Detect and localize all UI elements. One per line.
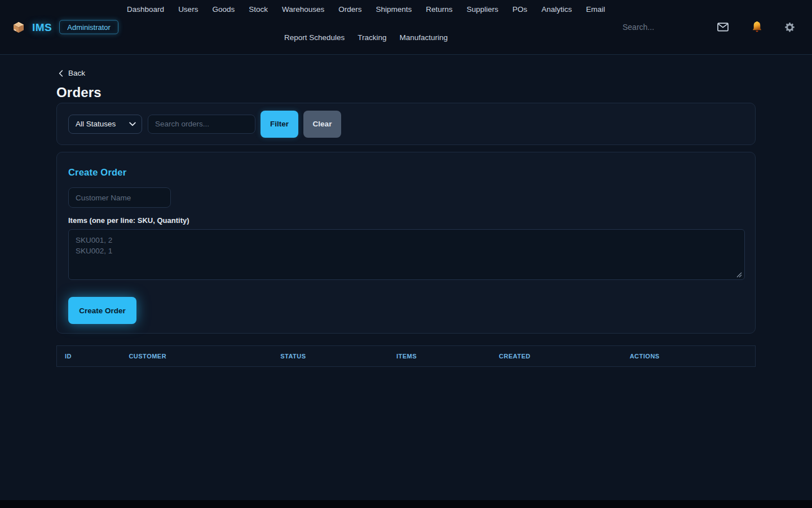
nav-item-pos[interactable]: POs [513, 5, 527, 14]
bell-icon [751, 21, 763, 33]
column-header-created: CREATED [491, 346, 622, 367]
column-header-items: ITEMS [389, 346, 491, 367]
back-label: Back [68, 69, 85, 77]
clear-button[interactable]: Clear [303, 111, 341, 138]
nav-item-users[interactable]: Users [178, 5, 198, 14]
nav-item-manufacturing[interactable]: Manufacturing [400, 33, 448, 42]
orders-table-header-row: ID CUSTOMER STATUS ITEMS CREATED ACTIONS [57, 346, 756, 367]
brand: IMS Administrator [12, 20, 118, 34]
mail-icon-button[interactable] [717, 23, 729, 32]
orders-table: ID CUSTOMER STATUS ITEMS CREATED ACTIONS [56, 345, 756, 367]
nav-item-email[interactable]: Email [586, 5, 605, 14]
role-badge: Administrator [59, 20, 118, 34]
column-header-id: ID [57, 346, 121, 367]
nav-item-report-schedules[interactable]: Report Schedules [284, 33, 345, 42]
nav-item-goods[interactable]: Goods [212, 5, 235, 14]
nav-row-primary: Dashboard Users Goods Stock Warehouses O… [127, 5, 605, 14]
chevron-left-icon [59, 70, 63, 77]
status-select-value: All Statuses [76, 120, 116, 128]
nav-item-analytics[interactable]: Analytics [541, 5, 572, 14]
nav-item-dashboard[interactable]: Dashboard [127, 5, 164, 14]
items-label: Items (one per line: SKU, Quantity) [68, 216, 744, 225]
items-textarea-wrap [68, 229, 744, 280]
customer-name-input[interactable] [68, 187, 171, 208]
page-title: Orders [56, 85, 812, 100]
create-order-title: Create Order [68, 167, 744, 178]
nav-item-shipments[interactable]: Shipments [376, 5, 412, 14]
nav-row-secondary: Report Schedules Tracking Manufacturing [284, 33, 448, 42]
bell-icon-button[interactable] [751, 21, 763, 33]
chevron-down-icon [129, 122, 136, 126]
nav-item-warehouses[interactable]: Warehouses [282, 5, 324, 14]
header-actions [623, 21, 795, 33]
global-search-input[interactable] [623, 23, 706, 32]
main-nav: Dashboard Users Goods Stock Warehouses O… [135, 0, 597, 42]
orders-page: Back Orders All Statuses Filter Clear Cr… [0, 55, 812, 500]
items-textarea[interactable] [68, 229, 745, 280]
nav-item-suppliers[interactable]: Suppliers [467, 5, 498, 14]
app-title: IMS [32, 21, 52, 33]
nav-item-orders[interactable]: Orders [338, 5, 361, 14]
package-icon [12, 21, 25, 33]
create-order-panel: Create Order Items (one per line: SKU, Q… [56, 152, 756, 334]
filter-button[interactable]: Filter [261, 111, 298, 138]
back-link[interactable]: Back [59, 69, 85, 77]
column-header-status: STATUS [272, 346, 389, 367]
mail-icon [717, 23, 729, 32]
nav-item-tracking[interactable]: Tracking [358, 33, 386, 42]
nav-item-returns[interactable]: Returns [426, 5, 452, 14]
nav-item-stock[interactable]: Stock [249, 5, 268, 14]
create-order-button[interactable]: Create Order [68, 297, 136, 324]
gear-icon-button[interactable] [784, 22, 795, 33]
column-header-actions: ACTIONS [622, 346, 756, 367]
column-header-customer: CUSTOMER [121, 346, 272, 367]
app-header: IMS Administrator Dashboard Users Goods … [0, 0, 812, 55]
search-orders-input[interactable] [148, 115, 255, 134]
filter-bar: All Statuses Filter Clear [56, 103, 756, 145]
gear-icon [784, 22, 795, 33]
status-select[interactable]: All Statuses [68, 115, 142, 134]
